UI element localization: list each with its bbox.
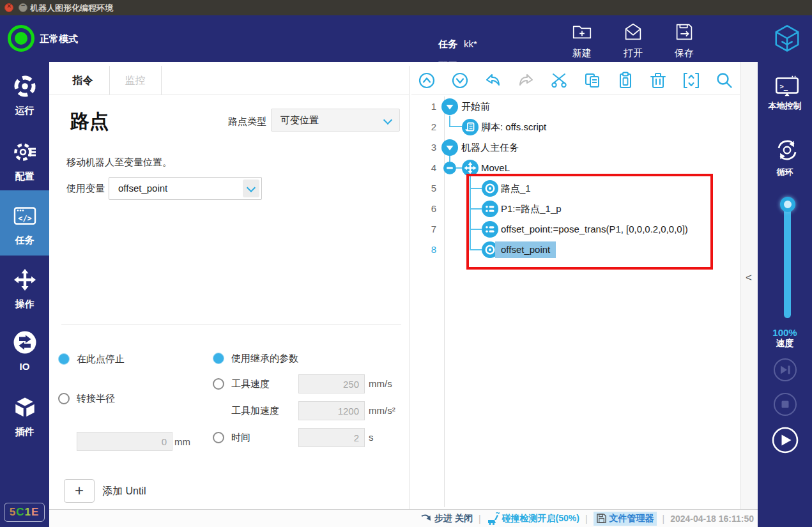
collision-label: 碰撞检测开启(50%) (502, 513, 579, 524)
file-manager-icon (596, 513, 607, 524)
section-divider (61, 325, 401, 325)
sidebar-item-config[interactable]: 配置 (0, 139, 49, 183)
badge-char: E (31, 506, 39, 518)
tree-row-label: 机器人主任务 (461, 137, 519, 158)
tree-row[interactable]: 5 路点_1 (411, 178, 740, 199)
speed-slider-thumb[interactable] (780, 197, 795, 212)
separator: | (585, 514, 588, 524)
time-input[interactable] (298, 428, 365, 447)
tree-area: 1 开始前 2 脚本: offs.script 3 机器人主任务 4 MoveL (411, 96, 740, 509)
step-mode-label: 步进 关闭 (434, 513, 473, 524)
collapse-node-icon[interactable] (441, 98, 458, 115)
move-up-button[interactable] (418, 72, 436, 89)
move-arrows-icon (11, 266, 38, 293)
paste-button[interactable] (617, 72, 634, 89)
variable-label: 使用变量 (66, 183, 105, 194)
delete-button[interactable] (649, 72, 667, 89)
app-window: 机器人图形化编程环境 正常模式 任务kk* 配置default* 新建 打开 保… (0, 0, 812, 527)
sidebar-item-run[interactable]: 运行 (0, 73, 49, 117)
blend-radius-radio[interactable] (58, 393, 70, 404)
timestamp: 2024-04-18 16:11:50 (670, 514, 754, 524)
variable-select[interactable]: offset_point (109, 177, 262, 200)
svg-text:>_: >_ (779, 82, 788, 91)
collapse-node-icon[interactable] (441, 139, 458, 156)
close-icon[interactable] (4, 3, 13, 12)
collapse-panel-handle[interactable]: < (746, 271, 752, 284)
play-button[interactable] (772, 427, 799, 454)
local-control-icon[interactable]: >_ (773, 72, 801, 100)
cut-button[interactable] (550, 72, 568, 89)
tool-accel-input[interactable] (298, 401, 365, 420)
tree-row-label: offset_point (495, 241, 556, 258)
sidebar-item-label: 任务 (0, 234, 49, 247)
inherit-params-radio[interactable] (213, 353, 224, 364)
waypoint-type-select[interactable]: 可变位置 (271, 109, 400, 132)
sidebar-item-task[interactable]: </> 任务 (0, 202, 49, 247)
save-icon (673, 20, 696, 43)
step-mode-indicator[interactable]: 步进 关闭 (420, 513, 473, 524)
add-until-button[interactable]: + (64, 479, 95, 503)
sidebar-item-label: 操作 (0, 298, 49, 310)
tree-row-label: 脚本: offs.script (481, 117, 546, 137)
mode-indicator-icon (8, 25, 34, 52)
badge-char: 1 (24, 506, 31, 518)
blend-radius-input[interactable] (77, 432, 172, 451)
file-manager-button[interactable]: 文件管理器 (594, 512, 657, 526)
loop-icon[interactable] (773, 136, 801, 164)
sidebar-item-operate[interactable]: 操作 (0, 266, 49, 310)
select-button (243, 179, 259, 197)
editor-tabbar: 指令 监控 (49, 66, 409, 95)
sidebar-item-label: 运行 (0, 105, 49, 117)
stop-button[interactable] (773, 392, 797, 416)
time-radio[interactable] (213, 432, 224, 443)
tree-row[interactable]: 7 offset_point:=pose_trans(P1, [0,0,0.2,… (411, 219, 740, 240)
tree-row[interactable]: 4 MoveL (411, 158, 740, 178)
blend-radius-label: 转接半径 (77, 393, 115, 404)
tool-speed-input[interactable] (298, 374, 365, 393)
redo-button[interactable] (517, 72, 535, 89)
line-number: 4 (411, 158, 436, 178)
tool-speed-radio[interactable] (213, 378, 224, 390)
tree-row[interactable]: 1 开始前 (411, 96, 740, 117)
tree-row-selected[interactable]: 8 offset_point (411, 240, 740, 260)
tree-row[interactable]: 2 脚本: offs.script (411, 117, 740, 137)
panel-collapse-strip: < (740, 62, 758, 509)
undo-button[interactable] (484, 72, 502, 89)
tree-row[interactable]: 6 P1:=路点_1_p (411, 199, 740, 219)
inherit-params-label: 使用继承的参数 (231, 353, 298, 364)
sidebar-item-io[interactable]: IO (0, 329, 49, 372)
run-icon (11, 73, 38, 100)
chevron-down-icon (383, 116, 392, 125)
collision-indicator[interactable]: 碰撞检测开启(50%) (487, 512, 579, 525)
open-file-icon (622, 20, 645, 43)
copy-button[interactable] (583, 72, 601, 89)
collapse-expand-button[interactable] (682, 72, 700, 89)
stop-here-radio[interactable] (58, 353, 70, 365)
line-number: 8 (411, 240, 436, 260)
titlebar: 机器人图形化编程环境 (0, 0, 812, 15)
new-button[interactable]: 新建 (562, 20, 602, 60)
tab-instruction[interactable]: 指令 (56, 66, 110, 95)
save-button[interactable]: 保存 (664, 20, 705, 60)
status-badge: 5C1E (4, 503, 45, 522)
move-down-button[interactable] (451, 72, 469, 89)
open-button-label: 打开 (613, 47, 654, 59)
svg-text:</>: </> (18, 214, 32, 223)
tab-monitor[interactable]: 监控 (109, 66, 162, 95)
add-until-label: 添加 Until (102, 485, 146, 497)
sidebar-item-plugin[interactable]: 插件 (0, 394, 49, 438)
stop-here-label: 在此点停止 (77, 353, 125, 365)
minimize-icon[interactable] (19, 3, 27, 12)
collapse-minus-icon[interactable] (443, 162, 456, 174)
loop-label: 循环 (758, 167, 812, 178)
tree-row[interactable]: 3 机器人主任务 (411, 137, 740, 158)
speed-slider-track[interactable] (784, 202, 791, 318)
assignment-icon (482, 221, 498, 238)
sidebar-item-label: IO (0, 361, 49, 372)
separator: | (663, 514, 665, 524)
search-button[interactable] (716, 72, 733, 89)
step-button[interactable] (773, 358, 797, 382)
line-number: 5 (411, 178, 436, 199)
open-button[interactable]: 打开 (613, 20, 654, 60)
window-title: 机器人图形化编程环境 (30, 3, 113, 14)
